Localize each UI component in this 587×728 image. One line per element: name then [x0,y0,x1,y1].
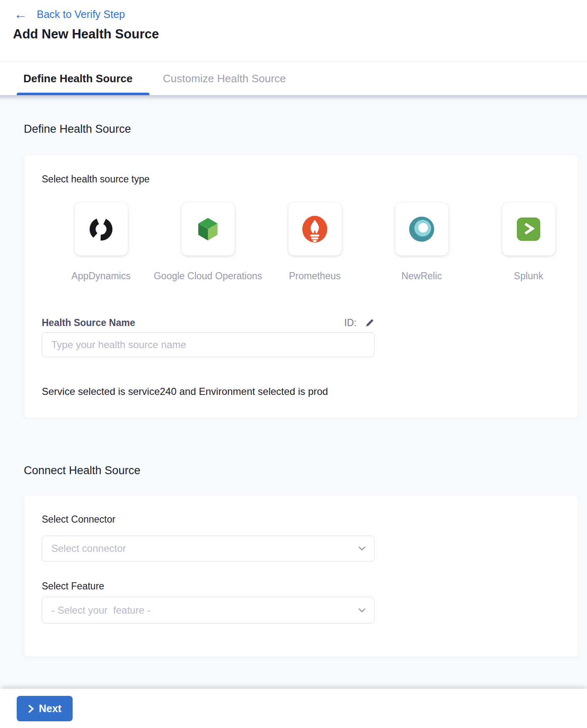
type-label-appdynamics: AppDynamics [71,270,131,282]
select-type-label: Select health source type [42,174,149,185]
select-feature-label: Select Feature [42,581,104,592]
id-label: ID: [344,317,357,329]
define-health-source-card: Select health source type AppDynamics [24,155,578,418]
tab-customize-health-source[interactable]: Customize Health Source [163,72,286,85]
connector-select-placeholder: Select connector [51,543,126,554]
page-title: Add New Health Source [13,27,159,42]
newrelic-card[interactable] [395,202,448,255]
footer-bar: Next [0,689,587,728]
content-area: Define Health Source Select health sourc… [0,95,587,689]
prometheus-card[interactable] [288,202,342,255]
splunk-card[interactable] [502,202,555,255]
connect-section-heading: Connect Health Source [24,464,140,477]
health-source-name-input[interactable] [42,332,374,357]
edit-pencil-icon[interactable] [365,318,374,328]
prometheus-icon [301,215,329,243]
back-link-label: Back to Verify Step [37,8,125,20]
next-chevron-icon [28,705,34,713]
back-to-verify-link[interactable]: ← Back to Verify Step [14,8,125,21]
type-label-prometheus: Prometheus [289,270,341,282]
define-section-heading: Define Health Source [24,123,131,136]
service-environment-note: Service selected is service240 and Envir… [42,386,328,397]
connector-select[interactable]: Select connector [42,536,374,561]
health-source-name-label: Health Source Name [42,317,135,329]
chevron-down-icon [358,607,366,614]
next-button-label: Next [39,703,61,715]
tab-bar: Define Health Source Customize Health So… [0,62,587,95]
type-option-prometheus: Prometheus [261,202,368,282]
id-wrap: ID: [344,317,374,329]
type-label-splunk: Splunk [514,270,543,282]
type-option-appdynamics: AppDynamics [48,202,154,282]
type-option-newrelic: NewRelic [368,202,475,282]
type-label-newrelic: NewRelic [401,270,442,282]
type-option-gcp: Google Cloud Operations [154,202,261,282]
chevron-down-icon [358,545,366,552]
next-button[interactable]: Next [17,696,73,721]
type-label-gcp: Google Cloud Operations [154,270,262,282]
google-cloud-operations-icon [195,216,221,243]
add-health-source-page: ← Back to Verify Step Add New Health Sou… [0,0,587,728]
page-header: ← Back to Verify Step Add New Health Sou… [0,0,587,62]
health-source-name-row: Health Source Name ID: [42,317,374,329]
health-source-type-row: AppDynamics Google Cloud Operations [48,202,582,282]
splunk-icon [516,216,541,242]
connect-health-source-card: Select Connector Select connector Select… [24,495,578,657]
tab-define-health-source[interactable]: Define Health Source [23,72,133,85]
newrelic-icon [408,216,435,243]
feature-select[interactable]: - Select your feature - [42,597,374,624]
feature-select-placeholder: - Select your feature - [51,604,150,616]
google-cloud-operations-card[interactable] [182,202,235,255]
select-connector-label: Select Connector [42,514,115,525]
appdynamics-card[interactable] [75,202,128,255]
back-arrow-icon: ← [14,8,27,21]
type-option-splunk: Splunk [475,202,582,282]
appdynamics-icon [87,215,115,243]
